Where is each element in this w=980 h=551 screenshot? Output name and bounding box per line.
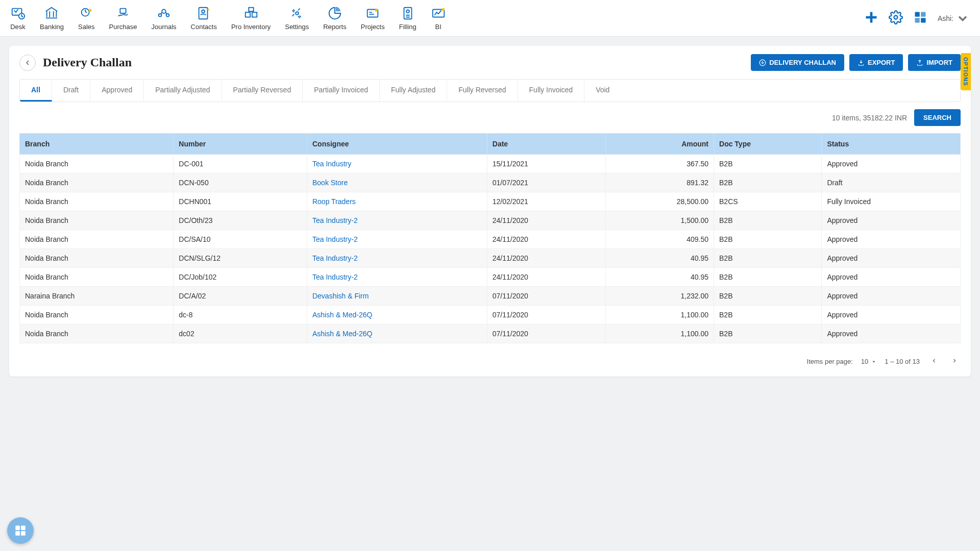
- next-page-button[interactable]: [948, 356, 961, 367]
- tab-partially-invoiced[interactable]: Partially Invoiced: [303, 80, 380, 102]
- tab-fully-reversed[interactable]: Fully Reversed: [447, 80, 518, 102]
- nav-item-sales[interactable]: Sales: [78, 6, 95, 31]
- nav-item-desk[interactable]: Desk: [10, 6, 26, 31]
- cell-amount: 1,232.00: [605, 287, 714, 306]
- tab-all[interactable]: All: [20, 80, 52, 102]
- svg-point-23: [894, 16, 897, 19]
- cell-branch: Noida Branch: [20, 230, 174, 249]
- cell-date: 24/11/2020: [487, 268, 605, 287]
- nav-item-journals[interactable]: Journals: [151, 6, 176, 31]
- tab-partially-reversed[interactable]: Partially Reversed: [222, 80, 303, 102]
- table-row[interactable]: Noida BranchDCHN001Roop Traders12/02/202…: [20, 192, 961, 211]
- nav-item-pro-inventory[interactable]: Pro Inventory: [231, 6, 271, 31]
- tab-draft[interactable]: Draft: [52, 80, 90, 102]
- cell-consignee[interactable]: Tea Industry: [307, 155, 487, 173]
- col-consignee[interactable]: Consignee: [307, 134, 487, 155]
- cell-consignee[interactable]: Tea Industry-2: [307, 211, 487, 230]
- main-panel: OPTIONS Delivery Challan DELIVERY CHALLA…: [9, 46, 971, 377]
- table-row[interactable]: Noida BranchDCN-050Book Store01/07/20218…: [20, 173, 961, 192]
- cell-status: Approved: [822, 287, 961, 306]
- cell-consignee[interactable]: Devashish & Firm: [307, 287, 487, 306]
- cell-consignee[interactable]: Tea Industry-2: [307, 268, 487, 287]
- cell-consignee[interactable]: Roop Traders: [307, 192, 487, 211]
- cell-amount: 891.32: [605, 173, 714, 192]
- table-row[interactable]: Noida BranchDC-001Tea Industry15/11/2021…: [20, 155, 961, 173]
- cell-status: Approved: [822, 268, 961, 287]
- top-nav: DeskBankingSalesPurchaseJournalsContacts…: [0, 0, 980, 37]
- user-name: Ashi:: [938, 14, 953, 22]
- cell-consignee[interactable]: Ashish & Med-26Q: [307, 306, 487, 324]
- prev-page-button[interactable]: [928, 356, 940, 367]
- nav-item-filling[interactable]: Filling: [399, 6, 416, 31]
- col-status[interactable]: Status: [822, 134, 961, 155]
- user-menu[interactable]: Ashi:: [938, 11, 970, 26]
- cell-amount: 40.95: [605, 268, 714, 287]
- nav-item-contacts[interactable]: Contacts: [191, 6, 217, 31]
- cell-consignee[interactable]: Tea Industry-2: [307, 230, 487, 249]
- cell-consignee[interactable]: Ashish & Med-26Q: [307, 324, 487, 343]
- nav-label: Projects: [361, 23, 385, 31]
- col-number[interactable]: Number: [174, 134, 307, 155]
- cell-date: 01/07/2021: [487, 173, 605, 192]
- svg-point-5: [162, 10, 166, 14]
- cell-doctype: B2CS: [714, 192, 822, 211]
- cell-branch: Noida Branch: [20, 324, 174, 343]
- svg-rect-24: [915, 12, 919, 17]
- table-row[interactable]: Noida BranchDC/SA/10Tea Industry-224/11/…: [20, 230, 961, 249]
- cell-date: 07/11/2020: [487, 306, 605, 324]
- svg-point-18: [406, 10, 409, 13]
- cell-date: 24/11/2020: [487, 211, 605, 230]
- tab-fully-adjusted[interactable]: Fully Adjusted: [380, 80, 447, 102]
- cell-date: 07/11/2020: [487, 324, 605, 343]
- cell-number: DCHN001: [174, 192, 307, 211]
- nav-label: Banking: [40, 23, 64, 31]
- table-row[interactable]: Noida BranchDC/Oth/23Tea Industry-224/11…: [20, 211, 961, 230]
- nav-item-bi[interactable]: BI: [431, 6, 446, 31]
- nav-item-reports[interactable]: Reports: [323, 6, 347, 31]
- svg-rect-12: [252, 12, 256, 17]
- nav-label: Reports: [323, 23, 347, 31]
- tab-partially-adjusted[interactable]: Partially Adjusted: [144, 80, 222, 102]
- cell-number: DC/Job/102: [174, 268, 307, 287]
- nav-item-settings[interactable]: Settings: [285, 6, 309, 31]
- filter-tabs: AllDraftApprovedPartially AdjustedPartia…: [19, 79, 961, 102]
- svg-marker-29: [873, 361, 875, 362]
- calculator-icon[interactable]: [913, 10, 927, 26]
- search-button[interactable]: SEARCH: [914, 109, 961, 126]
- col-amount[interactable]: Amount: [605, 134, 714, 155]
- svg-rect-26: [915, 18, 919, 22]
- col-branch[interactable]: Branch: [20, 134, 174, 155]
- table-row[interactable]: Naraina BranchDC/A/02Devashish & Firm07/…: [20, 287, 961, 306]
- options-side-tab[interactable]: OPTIONS: [961, 53, 971, 90]
- svg-rect-13: [249, 8, 253, 12]
- gear-icon[interactable]: [889, 10, 903, 26]
- cell-consignee[interactable]: Tea Industry-2: [307, 249, 487, 268]
- nav-item-projects[interactable]: Projects: [361, 6, 385, 31]
- nav-label: Journals: [151, 23, 176, 31]
- cell-branch: Noida Branch: [20, 306, 174, 324]
- tab-approved[interactable]: Approved: [90, 80, 144, 102]
- back-button[interactable]: [19, 55, 36, 71]
- import-button[interactable]: IMPORT: [908, 54, 961, 71]
- export-button[interactable]: EXPORT: [849, 54, 903, 71]
- nav-item-purchase[interactable]: Purchase: [109, 6, 137, 31]
- add-icon[interactable]: [864, 10, 878, 26]
- col-doc-type[interactable]: Doc Type: [714, 134, 822, 155]
- nav-item-banking[interactable]: Banking: [40, 6, 64, 31]
- cell-consignee[interactable]: Book Store: [307, 173, 487, 192]
- svg-point-10: [208, 9, 210, 11]
- table-row[interactable]: Noida Branchdc-8Ashish & Med-26Q07/11/20…: [20, 306, 961, 324]
- nav-label: Sales: [78, 23, 95, 31]
- new-delivery-challan-button[interactable]: DELIVERY CHALLAN: [751, 54, 844, 71]
- table-row[interactable]: Noida Branchdc02Ashish & Med-26Q07/11/20…: [20, 324, 961, 343]
- tab-void[interactable]: Void: [584, 80, 621, 102]
- col-date[interactable]: Date: [487, 134, 605, 155]
- table-row[interactable]: Noida BranchDCN/SLG/12Tea Industry-224/1…: [20, 249, 961, 268]
- table-row[interactable]: Noida BranchDC/Job/102Tea Industry-224/1…: [20, 268, 961, 287]
- svg-rect-22: [866, 16, 876, 19]
- cell-doctype: B2B: [714, 287, 822, 306]
- import-button-label: IMPORT: [926, 59, 952, 66]
- items-per-page-select[interactable]: 10: [861, 358, 876, 365]
- tab-fully-invoiced[interactable]: Fully Invoiced: [518, 80, 585, 102]
- page-title: Delivery Challan: [43, 56, 751, 69]
